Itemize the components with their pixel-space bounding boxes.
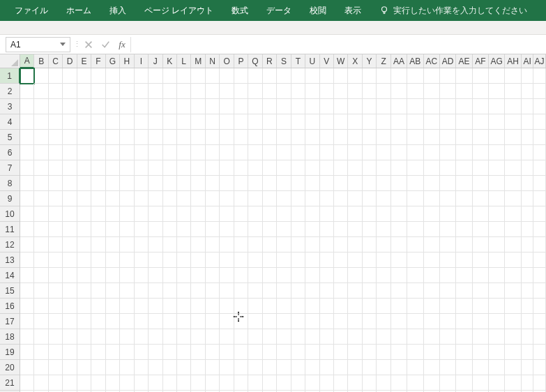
cell[interactable] [489,160,505,176]
cell[interactable] [191,375,205,391]
cell[interactable] [363,283,377,299]
cell[interactable] [149,68,162,84]
cell[interactable] [377,176,390,191]
cell[interactable] [263,283,277,299]
cell[interactable] [407,299,423,314]
cell[interactable] [177,68,191,84]
cell[interactable] [149,191,162,206]
fx-icon[interactable]: fx [114,39,130,50]
cell[interactable] [334,206,348,222]
cell[interactable] [135,299,149,314]
cell[interactable] [377,84,390,99]
cell[interactable] [334,283,348,299]
cell[interactable] [320,130,334,145]
cell[interactable] [20,160,34,176]
cell[interactable] [363,375,377,391]
cell[interactable] [177,84,191,99]
cell[interactable] [456,114,472,130]
cell[interactable] [277,345,291,360]
cell[interactable] [49,130,63,145]
ribbon-tab[interactable]: 数式 [222,0,257,21]
cell[interactable] [63,329,77,345]
cell[interactable] [473,68,489,84]
cell[interactable] [407,345,423,360]
cell[interactable] [334,176,348,191]
cell[interactable] [489,329,505,345]
cell[interactable] [63,206,77,222]
cell[interactable] [348,252,362,268]
cell[interactable] [91,114,105,130]
cell[interactable] [424,375,440,391]
cell[interactable] [106,252,120,268]
cell[interactable] [533,237,546,252]
cell[interactable] [135,130,149,145]
cell[interactable] [135,114,149,130]
cell[interactable] [291,160,305,176]
cell[interactable] [49,237,63,252]
cell[interactable] [191,329,205,345]
cell[interactable] [106,329,120,345]
cell[interactable] [220,299,234,314]
cell[interactable] [77,329,91,345]
cell[interactable] [334,99,348,114]
cell[interactable] [248,206,262,222]
cell[interactable] [291,84,305,99]
cell[interactable] [149,145,162,160]
cell[interactable] [120,191,134,206]
cell[interactable] [20,375,34,391]
cell[interactable] [234,314,248,329]
cell[interactable] [505,114,521,130]
column-header[interactable]: A [20,54,34,68]
cell[interactable] [320,114,334,130]
row-header[interactable]: 4 [0,114,20,130]
cell[interactable] [163,206,177,222]
ribbon-tab[interactable]: データ [257,0,301,21]
cell[interactable] [533,222,546,237]
column-header[interactable]: AD [440,54,456,68]
column-header[interactable]: AE [456,54,472,68]
cell[interactable] [49,84,63,99]
row-header[interactable]: 14 [0,268,20,283]
cell[interactable] [348,114,362,130]
cell[interactable] [440,191,456,206]
cell[interactable] [263,345,277,360]
cell[interactable] [522,99,534,114]
row-header[interactable]: 19 [0,345,20,360]
cell[interactable] [363,99,377,114]
cell[interactable] [163,68,177,84]
cell[interactable] [206,299,220,314]
cell[interactable] [473,206,489,222]
cell[interactable] [248,84,262,99]
cell[interactable] [456,68,472,84]
cell[interactable] [348,160,362,176]
cell[interactable] [49,375,63,391]
cell[interactable] [248,99,262,114]
cell[interactable] [363,68,377,84]
cell[interactable] [263,314,277,329]
cell[interactable] [505,99,521,114]
cell[interactable] [277,206,291,222]
cell[interactable] [248,237,262,252]
column-header[interactable]: E [77,54,91,68]
cell[interactable] [91,176,105,191]
cell[interactable] [363,191,377,206]
cell[interactable] [91,345,105,360]
cell[interactable] [291,130,305,145]
cell[interactable] [20,283,34,299]
cell[interactable] [191,206,205,222]
cell[interactable] [49,283,63,299]
cell[interactable] [120,114,134,130]
cell[interactable] [120,345,134,360]
cell[interactable] [206,84,220,99]
cell[interactable] [34,160,48,176]
cell[interactable] [424,283,440,299]
cell[interactable] [505,252,521,268]
cell[interactable] [424,345,440,360]
cell[interactable] [407,375,423,391]
cell[interactable] [377,160,390,176]
cell[interactable] [320,252,334,268]
cell[interactable] [20,145,34,160]
cell[interactable] [348,176,362,191]
cell[interactable] [377,375,390,391]
cell[interactable] [248,130,262,145]
